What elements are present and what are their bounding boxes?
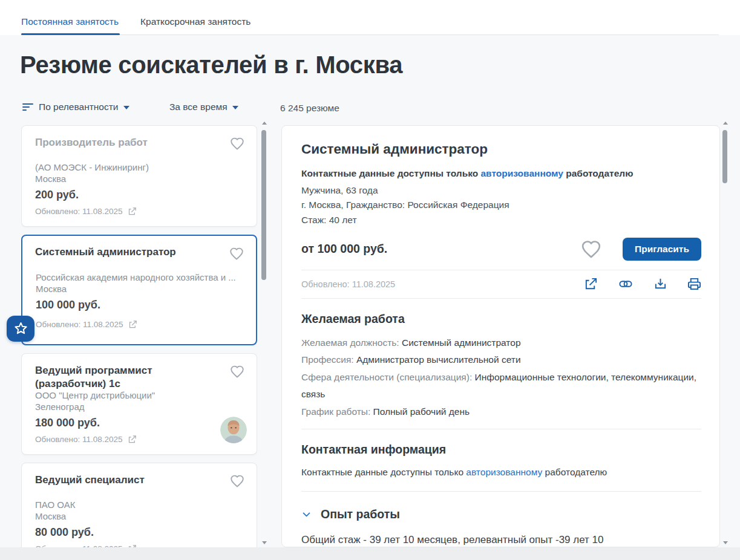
invite-button[interactable]: Пригласить [623,238,701,261]
scroll-down-arrow[interactable] [262,541,267,544]
resume-card-company: ПАО ОАК Москва [35,500,244,522]
desired-work-rows: Желаемая должность: Системный администра… [301,334,701,421]
experience-summary: Общий стаж - 39 лет 10 месяцев, релевант… [301,533,701,547]
resume-list: Производитель работ (АО МОЭСК - Инжинири… [21,125,257,547]
resume-card-updated: Обновлено: 11.08.2025 [35,207,137,216]
resume-card-company: (АО МОЭСК - Инжиниринг) Москва [35,162,244,184]
filter-bar: По релевантности За все время 6 245 резю… [0,102,740,116]
candidate-gender-age: Мужчина, 63 года [301,183,701,198]
notice-text: Контактные данные доступны только [301,467,463,477]
bottom-strip [0,547,740,560]
chevron-down-icon [232,106,238,109]
candidate-avatar [220,417,247,443]
resume-card-salary: 100 000 руб. [36,299,100,311]
resume-card-salary: 180 000 руб. [35,417,100,429]
resume-card-company: ООО "Центр дистрибьюции" Зеленоград [35,390,244,412]
divider [301,429,701,429]
experience-heading: Опыт работы [321,507,400,521]
resume-card-title[interactable]: Ведущий специалист [35,474,145,487]
detail-updated: Обновлено: 11.08.2025 [301,279,395,289]
scroll-up-arrow[interactable] [262,122,267,125]
scrollbar-thumb[interactable] [722,130,727,183]
divider [301,491,701,492]
sort-icon [22,102,34,112]
favorite-heart-icon[interactable] [579,238,603,260]
resume-card-title[interactable]: Ведущий программист (разработчик) 1с [35,364,186,391]
sort-dropdown-label: По релевантности [39,102,119,112]
notice-text: работодателю [545,467,607,477]
kv-label: График работы: [301,406,370,417]
resume-card[interactable]: Ведущий программист (разработчик) 1с ООО… [21,353,257,455]
kv-label: Сфера деятельности (специализация): [301,372,472,382]
tab-short-term-employment[interactable]: Краткосрочная занятость [140,16,250,27]
chevron-down-icon [123,106,129,109]
tab-permanent-employment[interactable]: Постоянная занятость [21,16,119,27]
kv-row: График работы: Полный рабочий день [301,403,701,421]
scroll-up-arrow[interactable] [723,122,728,125]
tabs-divider [21,34,719,35]
kv-value: Администратор вычислительной сети [356,354,521,365]
star-icon [13,321,29,337]
open-external-icon[interactable] [584,277,598,291]
favorite-heart-icon[interactable] [228,246,245,261]
experience-section-header[interactable]: Опыт работы [301,507,701,521]
results-count: 6 245 резюме [280,103,339,114]
download-icon[interactable] [653,277,667,291]
kv-label: Желаемая должность: [301,337,399,348]
favorite-heart-icon[interactable] [229,363,246,379]
favorite-heart-icon[interactable] [229,135,246,151]
favorite-heart-icon[interactable] [229,473,246,489]
kv-row: Профессия: Администратор вычислительной … [301,351,701,369]
notice-text: работодателю [566,168,633,178]
resume-card-updated: Обновлено: 11.08.2025 [35,435,137,444]
resume-card[interactable]: Ведущий специалист ПАО ОАК Москва 80 000… [21,463,257,547]
detail-salary: от 100 000 руб. [301,242,387,256]
chevron-down-icon[interactable] [301,509,312,519]
scroll-down-arrow[interactable] [723,541,728,544]
employment-tabs: Постоянная занятость Краткосрочная занят… [0,0,740,36]
scrollbar-thumb[interactable] [261,130,266,280]
favorite-star-badge[interactable] [7,316,34,342]
resume-card-title[interactable]: Системный администратор [35,246,176,259]
contact-access-notice: Контактные данные доступны только автори… [301,167,701,180]
notice-text: Контактные данные доступны только [301,168,478,178]
panel-scrollbar[interactable] [722,122,729,547]
kv-label: Профессия: [301,354,354,365]
sort-dropdown[interactable]: По релевантности [22,102,129,112]
resume-card-salary: 200 руб. [35,189,79,201]
resume-card-company: Российская академия народного хозяйства … [36,272,244,295]
salary-action-row: от 100 000 руб. Пригласить [301,237,701,261]
updated-row: Обновлено: 11.08.2025 [301,270,701,298]
resume-card-selected[interactable]: Системный администратор Российская акаде… [21,235,257,345]
list-scrollbar[interactable] [261,122,268,547]
contact-access-notice: Контактные данные доступны только автори… [301,466,701,478]
authorized-link[interactable]: авторизованному [466,467,542,477]
kv-row: Сфера деятельности (специализация): Инфо… [301,369,701,403]
period-dropdown[interactable]: За все время [169,102,238,112]
external-link-icon[interactable] [128,207,137,216]
external-link-icon[interactable] [128,320,137,329]
desired-work-heading: Желаемая работа [301,312,701,326]
external-link-icon[interactable] [128,435,137,444]
resume-card-salary: 80 000 руб. [35,526,94,539]
resume-card-updated: Обновлено: 11.08.2025 [36,320,137,329]
candidate-experience: Стаж: 40 лет [301,213,701,227]
resume-card[interactable]: Производитель работ (АО МОЭСК - Инжинири… [21,125,257,227]
active-tab-underline [21,33,120,35]
kv-value: Полный рабочий день [373,406,470,417]
kv-value: Системный администратор [402,337,521,348]
candidate-location: г. Москва, Гражданство: Российская Федер… [301,198,701,212]
resume-actions [584,277,701,291]
divider [301,298,701,299]
kv-row: Желаемая должность: Системный администра… [301,334,701,352]
resume-detail-panel: Системный администратор Контактные данны… [281,125,720,547]
page-background: Постоянная занятость Краткосрочная занят… [0,0,740,547]
authorized-link[interactable]: авторизованному [481,168,563,178]
copy-link-icon[interactable] [618,277,634,291]
detail-title: Системный администратор [301,142,701,157]
resume-card-title[interactable]: Производитель работ [35,136,148,149]
print-icon[interactable] [687,277,701,291]
page-title: Резюме соискателей в г. Москва [20,51,402,79]
candidate-meta: Мужчина, 63 года г. Москва, Гражданство:… [301,183,701,227]
contact-info-heading: Контактная информация [301,443,701,457]
